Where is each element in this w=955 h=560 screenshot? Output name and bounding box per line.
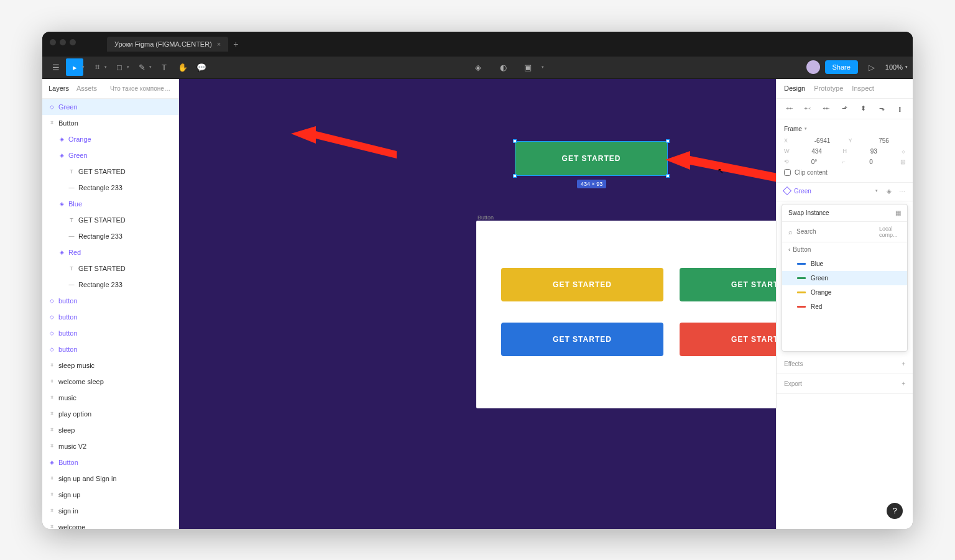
layer-item[interactable]: —Rectangle 233	[42, 277, 178, 293]
resize-handle[interactable]	[666, 174, 670, 178]
maximize-dot[interactable]	[70, 39, 76, 45]
w-input[interactable]: 434	[811, 148, 835, 155]
corner-input[interactable]: 0	[869, 158, 893, 165]
align-bottom-icon[interactable]: ⬎	[877, 104, 887, 114]
demo-button-green[interactable]: GET STARTED	[680, 268, 776, 301]
distribute-icon[interactable]: ⫿	[895, 104, 905, 114]
layer-name: button	[58, 329, 78, 337]
add-icon[interactable]: +	[902, 380, 905, 387]
layer-item[interactable]: —Rectangle 233	[42, 180, 178, 196]
clip-content-checkbox[interactable]	[784, 169, 791, 176]
layer-item[interactable]: ◇button	[42, 293, 178, 309]
user-avatar[interactable]	[806, 60, 820, 74]
page-selector[interactable]: Что такое компоненты, как с...	[110, 85, 172, 92]
add-tab-icon[interactable]: +	[233, 39, 238, 49]
layer-item[interactable]: ⌗welcome sleep	[42, 374, 178, 390]
close-icon[interactable]: ×	[217, 40, 221, 48]
button-frame[interactable]: GET STARTED GET STARTED GET STARTED GET …	[476, 221, 776, 408]
layer-item[interactable]: ⌗music V2	[42, 438, 178, 454]
go-to-main-icon[interactable]: ◈	[887, 188, 892, 195]
more-icon[interactable]: ⋯	[899, 188, 905, 195]
minimize-dot[interactable]	[60, 39, 66, 45]
swap-item[interactable]: Green	[782, 271, 907, 285]
align-hcenter-icon[interactable]: ⬷	[803, 104, 813, 114]
share-button[interactable]: Share	[825, 60, 858, 74]
align-right-icon[interactable]: ⬵	[821, 104, 831, 114]
y-input[interactable]: 756	[879, 137, 905, 144]
align-left-icon[interactable]: ⬴	[784, 104, 794, 114]
swap-back-button[interactable]: ‹Button	[782, 242, 907, 257]
layer-item[interactable]: ◈Blue	[42, 196, 178, 212]
corners-icon[interactable]: ⊞	[900, 158, 905, 165]
layer-item[interactable]: ◈Button	[42, 454, 178, 470]
layer-item[interactable]: ◈Orange	[42, 131, 178, 147]
constrain-icon[interactable]: ⟐	[902, 148, 905, 155]
demo-button-blue[interactable]: GET STARTED	[501, 323, 663, 356]
layer-item[interactable]: TGET STARTED	[42, 163, 178, 180]
text-tool-icon[interactable]: T	[155, 58, 173, 76]
h-input[interactable]: 93	[870, 148, 894, 155]
swap-item[interactable]: Orange	[782, 285, 907, 300]
file-tab[interactable]: Уроки Figma (FIGMA.CENTER) ×	[107, 37, 228, 52]
tab-layers[interactable]: Layers	[48, 85, 69, 92]
x-input[interactable]: -6941	[814, 137, 841, 144]
menu-icon[interactable]: ☰	[47, 58, 65, 76]
layer-item[interactable]: ⌗sleep	[42, 422, 178, 438]
swap-item-name: Orange	[811, 289, 831, 296]
swap-search-input[interactable]	[796, 228, 875, 235]
frame-tool-icon[interactable]: ⌗	[88, 58, 106, 76]
layer-item[interactable]: ◇button	[42, 325, 178, 341]
swap-item[interactable]: Red	[782, 300, 907, 314]
layer-item[interactable]: ⌗play option	[42, 406, 178, 422]
layer-item[interactable]: ⌗welcome	[42, 519, 178, 529]
boolean-icon[interactable]: ▣	[519, 58, 537, 76]
instance-name[interactable]: Green	[794, 188, 872, 195]
close-dot[interactable]	[50, 39, 56, 45]
layer-item[interactable]: ⌗sign in	[42, 503, 178, 519]
demo-button-yellow[interactable]: GET STARTED	[501, 268, 663, 301]
resize-handle[interactable]	[513, 139, 517, 143]
present-icon[interactable]: ▷	[863, 58, 880, 76]
resize-handle[interactable]	[666, 139, 670, 143]
comment-tool-icon[interactable]: 💬	[193, 58, 210, 76]
layer-item[interactable]: —Rectangle 233	[42, 228, 178, 244]
mask-icon[interactable]: ◐	[494, 58, 512, 76]
layer-item[interactable]: ◇button	[42, 341, 178, 357]
export-section[interactable]: Export+	[777, 374, 913, 394]
zoom-control[interactable]: 100%▾	[885, 63, 908, 71]
move-tool-icon[interactable]: ▸	[66, 58, 83, 76]
canvas[interactable]: GET STARTED 434 × 93 Button GET STARTED …	[179, 79, 776, 529]
demo-button-red[interactable]: GET STARTED	[680, 323, 776, 356]
layer-item[interactable]: ⌗sign up and Sign in	[42, 470, 178, 487]
local-components-dropdown[interactable]: Local comp...	[879, 226, 901, 238]
layer-item[interactable]: ⌗music	[42, 390, 178, 406]
layer-item[interactable]: ⌗Button	[42, 115, 178, 131]
rotation-input[interactable]: 0°	[811, 158, 835, 165]
layer-item[interactable]: ◇button	[42, 309, 178, 325]
layer-item[interactable]: ⌗sleep music	[42, 357, 178, 374]
help-button[interactable]: ?	[887, 503, 903, 519]
add-icon[interactable]: +	[902, 360, 905, 367]
layer-item[interactable]: TGET STARTED	[42, 212, 178, 228]
layer-item[interactable]: ◈Green	[42, 147, 178, 163]
tab-design[interactable]: Design	[784, 85, 805, 92]
tab-assets[interactable]: Assets	[76, 85, 97, 92]
selected-instance[interactable]: GET STARTED	[515, 141, 668, 176]
swap-item[interactable]: Blue	[782, 257, 907, 271]
tab-inspect[interactable]: Inspect	[852, 85, 874, 92]
pen-tool-icon[interactable]: ✎	[133, 58, 150, 76]
align-vcenter-icon[interactable]: ⬍	[858, 104, 868, 114]
chevron-down-icon[interactable]: ▾	[875, 188, 878, 193]
tab-prototype[interactable]: Prototype	[814, 85, 843, 92]
layer-item[interactable]: ◈Red	[42, 244, 178, 260]
align-top-icon[interactable]: ⬏	[839, 104, 849, 114]
shape-tool-icon[interactable]: □	[111, 58, 128, 76]
component-icon[interactable]: ◈	[469, 58, 487, 76]
layer-item[interactable]: ⌗sign up	[42, 487, 178, 503]
resize-handle[interactable]	[513, 174, 517, 178]
grid-view-icon[interactable]: ▦	[895, 209, 901, 216]
effects-section[interactable]: Effects+	[777, 354, 913, 374]
layer-item[interactable]: ◇Green	[42, 99, 178, 115]
layer-item[interactable]: TGET STARTED	[42, 260, 178, 277]
hand-tool-icon[interactable]: ✋	[174, 58, 191, 76]
